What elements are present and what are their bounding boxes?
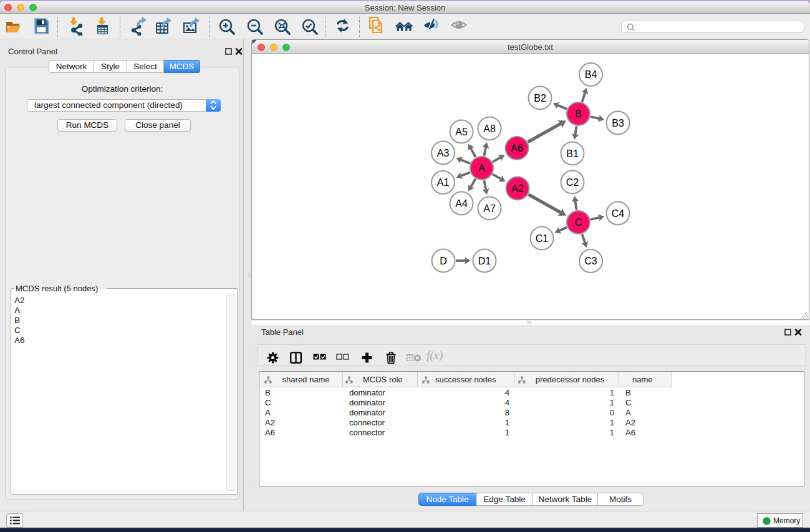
svg-text:C1: C1 — [536, 233, 549, 244]
svg-text:B: B — [575, 109, 582, 119]
svg-text:A: A — [478, 163, 485, 173]
svg-text:B1: B1 — [566, 148, 579, 159]
svg-text:D1: D1 — [478, 256, 491, 266]
svg-text:A7: A7 — [483, 203, 496, 214]
svg-text:C2: C2 — [566, 177, 579, 188]
svg-text:C3: C3 — [584, 256, 597, 266]
svg-text:C: C — [575, 217, 582, 228]
svg-text:A6: A6 — [511, 143, 523, 153]
svg-text:A8: A8 — [483, 123, 496, 134]
svg-text:D: D — [440, 256, 447, 266]
svg-text:A4: A4 — [455, 198, 468, 209]
svg-text:C4: C4 — [612, 208, 625, 219]
svg-text:B4: B4 — [585, 69, 597, 80]
svg-text:A5: A5 — [455, 127, 468, 137]
svg-text:B2: B2 — [534, 93, 546, 104]
svg-text:A1: A1 — [437, 177, 450, 188]
svg-text:A2: A2 — [511, 183, 524, 194]
svg-text:B3: B3 — [612, 118, 624, 128]
svg-text:A3: A3 — [437, 148, 450, 158]
